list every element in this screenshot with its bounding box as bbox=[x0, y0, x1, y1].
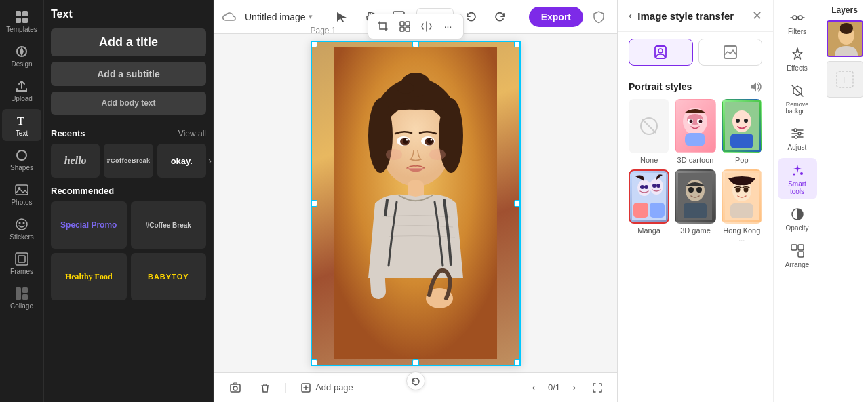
tool-effects[interactable]: Effects bbox=[778, 42, 817, 76]
recent-item-coffee[interactable]: #CoffeeBreak bbox=[104, 144, 153, 178]
sel-handle-tr[interactable] bbox=[514, 41, 521, 47]
svg-rect-74 bbox=[650, 203, 665, 218]
sel-handle-bl[interactable] bbox=[311, 359, 317, 366]
sidebar-item-upload[interactable]: Upload bbox=[2, 75, 41, 106]
recents-arrow[interactable]: › bbox=[208, 155, 212, 166]
fullscreen-button[interactable] bbox=[589, 379, 606, 397]
style-item-manga[interactable]: Manga bbox=[629, 169, 669, 243]
sel-handle-ml[interactable] bbox=[311, 200, 317, 207]
canvas-rotate-button[interactable] bbox=[406, 371, 425, 390]
svg-point-78 bbox=[696, 187, 702, 193]
svg-rect-84 bbox=[730, 203, 753, 218]
rec-item-babytoy[interactable]: BABYTOY bbox=[131, 253, 207, 300]
svg-point-72 bbox=[656, 184, 660, 188]
rec-item-coffee-break[interactable]: #Coffee Break bbox=[131, 201, 207, 249]
prev-page-button[interactable]: ‹ bbox=[525, 379, 542, 397]
sidebar-item-frames-label: Frames bbox=[10, 268, 33, 275]
style-item-3d-cartoon[interactable]: 3D cartoon bbox=[675, 99, 715, 164]
add-subtitle-button[interactable]: Add a subtitle bbox=[51, 62, 206, 86]
tool-smart-tools[interactable]: Smart tools bbox=[778, 158, 817, 199]
next-page-button[interactable]: › bbox=[566, 379, 583, 397]
style-label-pop: Pop bbox=[735, 156, 749, 164]
svg-point-95 bbox=[798, 132, 801, 135]
tool-filters[interactable]: Filters bbox=[778, 5, 817, 39]
canvas-more-button[interactable]: ··· bbox=[439, 17, 458, 36]
layers-panel: Layers T bbox=[821, 0, 868, 402]
svg-point-28 bbox=[397, 83, 414, 94]
style-tab-art[interactable] bbox=[698, 39, 763, 66]
sel-handle-tl[interactable] bbox=[311, 41, 317, 47]
sel-handle-mr[interactable] bbox=[514, 200, 521, 207]
export-button[interactable]: Export bbox=[529, 7, 583, 27]
svg-point-40 bbox=[386, 149, 402, 160]
style-tabs bbox=[618, 32, 773, 73]
add-title-button[interactable]: Add a title bbox=[51, 28, 206, 56]
templates-icon bbox=[14, 9, 29, 24]
style-panel-close-button[interactable]: ✕ bbox=[752, 9, 762, 22]
sidebar-item-photos[interactable]: Photos bbox=[2, 178, 41, 210]
portrait-section: Portrait styles None bbox=[618, 73, 773, 256]
sidebar-item-shapes[interactable]: Shapes bbox=[2, 144, 41, 176]
sidebar-item-templates[interactable]: Templates bbox=[2, 5, 41, 37]
arrange-label: Arrange bbox=[785, 261, 810, 268]
svg-rect-101 bbox=[798, 252, 804, 257]
canvas-grid-button[interactable] bbox=[395, 17, 414, 36]
sidebar-item-text[interactable]: T Text bbox=[2, 109, 41, 141]
main-area: Untitled image ▾ 45% ▾ bbox=[214, 0, 617, 402]
cloud-save-icon bbox=[222, 11, 237, 23]
sidebar-item-shapes-label: Shapes bbox=[10, 164, 33, 172]
add-body-button[interactable]: Add body text bbox=[51, 92, 206, 115]
style-panel-back-button[interactable]: ‹ bbox=[629, 9, 632, 22]
select-tool-button[interactable] bbox=[331, 6, 353, 28]
svg-point-9 bbox=[16, 219, 27, 230]
svg-rect-73 bbox=[633, 203, 648, 218]
view-all-link[interactable]: View all bbox=[178, 129, 206, 138]
canvas-page[interactable]: ··· bbox=[311, 41, 521, 366]
sidebar-item-design[interactable]: Design bbox=[2, 40, 41, 72]
style-tab-portrait[interactable] bbox=[629, 39, 693, 66]
trash-button[interactable] bbox=[254, 380, 276, 396]
rec-item-special-promo[interactable]: Special Promo bbox=[51, 201, 127, 249]
style-item-3d-game[interactable]: 3D game bbox=[675, 169, 715, 243]
sel-handle-bc[interactable] bbox=[412, 359, 419, 366]
tool-remove-bg[interactable]: Remove backgr... bbox=[778, 79, 817, 119]
style-panel-title-row: ‹ Image style transfer bbox=[629, 9, 734, 22]
tool-adjust[interactable]: Adjust bbox=[778, 121, 817, 155]
tool-arrange[interactable]: Arrange bbox=[778, 239, 817, 273]
svg-point-94 bbox=[794, 129, 797, 132]
svg-marker-17 bbox=[337, 12, 347, 22]
svg-rect-102 bbox=[798, 245, 804, 250]
sidebar-item-frames[interactable]: Frames bbox=[2, 247, 41, 279]
screenshot-button[interactable] bbox=[224, 380, 246, 396]
svg-point-98 bbox=[793, 174, 795, 176]
style-item-pop[interactable]: Pop bbox=[722, 99, 762, 164]
svg-point-39 bbox=[430, 138, 432, 140]
add-page-button[interactable]: Add page bbox=[295, 380, 359, 396]
canvas-crop-button[interactable] bbox=[374, 17, 393, 36]
sidebar-item-stickers[interactable]: Stickers bbox=[2, 213, 41, 245]
canvas-flip-button[interactable] bbox=[417, 17, 436, 36]
canvas-page-wrapper: Page 1 ··· bbox=[311, 41, 521, 366]
style-item-none[interactable]: None bbox=[629, 99, 669, 164]
layer-thumb-1[interactable] bbox=[827, 20, 863, 57]
style-item-hong-kong[interactable]: Hong Kong ... bbox=[722, 169, 762, 243]
svg-point-11 bbox=[23, 222, 25, 224]
effects-icon bbox=[789, 46, 806, 62]
style-label-manga: Manga bbox=[637, 226, 660, 235]
svg-point-67 bbox=[637, 180, 651, 196]
layer-thumb-2[interactable]: T bbox=[827, 61, 863, 98]
remove-bg-label: Remove backgr... bbox=[781, 101, 814, 115]
sidebar-item-collage[interactable]: Collage bbox=[2, 282, 41, 314]
tool-opacity[interactable]: Opacity bbox=[778, 202, 817, 236]
svg-point-30 bbox=[368, 98, 393, 173]
recent-item-hello[interactable]: hello bbox=[51, 144, 100, 178]
file-info[interactable]: Untitled image ▾ bbox=[245, 12, 313, 22]
rec-item-healthy-food[interactable]: Healthy Food bbox=[51, 253, 127, 300]
redo-button[interactable] bbox=[489, 6, 511, 28]
sel-handle-br[interactable] bbox=[514, 359, 521, 366]
sel-handle-tc[interactable] bbox=[412, 41, 419, 47]
tools-sidebar: Filters Effects Remove backgr... Adjust … bbox=[773, 0, 821, 402]
layers-title: Layers bbox=[821, 5, 868, 20]
recents-section-header: Recents View all bbox=[51, 128, 206, 138]
recent-item-okay[interactable]: okay. bbox=[157, 144, 206, 178]
